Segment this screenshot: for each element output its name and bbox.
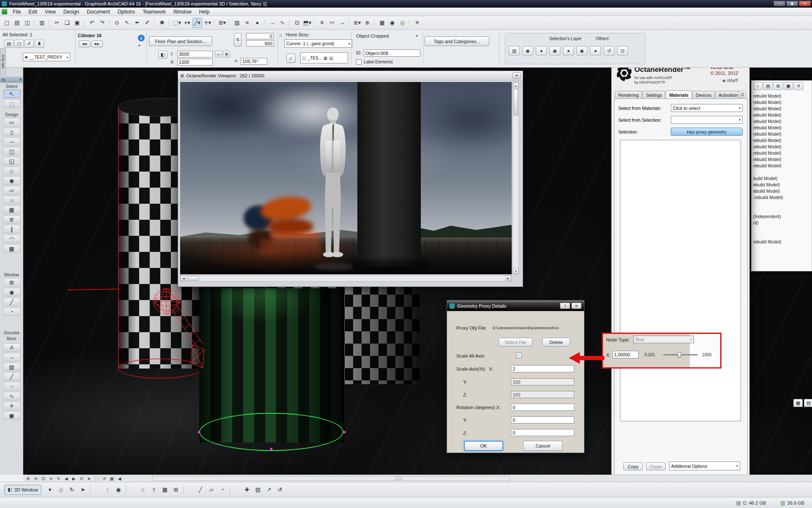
layouts-icon[interactable]: ▦: [160, 485, 170, 495]
scroll-thumb[interactable]: [395, 477, 402, 480]
walk-icon[interactable]: ➤: [85, 475, 93, 481]
pick-up-parameters-icon[interactable]: ✒: [132, 18, 142, 28]
favorites-icon[interactable]: ✱: [157, 18, 167, 28]
snap-guides-icon[interactable]: ✛▾: [203, 18, 212, 28]
suspend-groups-icon[interactable]: ⬚▾: [172, 18, 182, 28]
spinner-control[interactable]: ⇅: [234, 33, 241, 46]
list-item[interactable]: rebuild Model): [753, 163, 812, 169]
home-story-icon[interactable]: ⌂: [138, 485, 148, 495]
default-settings-icon[interactable]: ▤: [4, 40, 14, 48]
horizontal-scrollbar[interactable]: ◀ ▶: [180, 275, 512, 281]
viewport-hscroll[interactable]: [152, 476, 510, 481]
camera-tool[interactable]: ◉: [3, 288, 20, 296]
rotation-z-field[interactable]: [511, 429, 574, 436]
list-item[interactable]: [753, 208, 812, 214]
select-file-button[interactable]: Select File: [499, 338, 532, 347]
scale-z-field[interactable]: [511, 391, 574, 398]
spline-tool[interactable]: ∿: [3, 392, 20, 400]
geometry-method-icon[interactable]: ◧: [158, 51, 167, 59]
menu-item[interactable]: Edit: [25, 8, 41, 16]
menu-item[interactable]: File: [9, 8, 25, 16]
split-icon[interactable]: ✕: [317, 18, 327, 28]
line-type-icon[interactable]: ≡: [242, 18, 252, 28]
new-folder-icon[interactable]: ▤: [763, 82, 773, 90]
layers-icon[interactable]: ≣▾: [352, 18, 362, 28]
quick-layers-icon[interactable]: ▥: [509, 46, 520, 55]
menu-item[interactable]: View: [41, 8, 60, 16]
image-icon[interactable]: ▦: [377, 18, 387, 28]
window-dropdown-icon[interactable]: ▾: [45, 485, 55, 495]
list-item[interactable]: rebuild Model): [753, 131, 812, 138]
object-tool[interactable]: ◇: [3, 167, 20, 175]
list-item[interactable]: [753, 169, 812, 176]
previous-element-button[interactable]: ◀◀: [79, 41, 90, 47]
panel-grid-icon[interactable]: ▦: [793, 399, 803, 407]
list-item[interactable]: [753, 233, 812, 239]
expander-icon[interactable]: ▸: [416, 33, 418, 38]
roof-tool[interactable]: ⌂: [3, 196, 20, 204]
open-icon[interactable]: ▤: [12, 18, 22, 28]
selection-arrow-icon[interactable]: ◳: [14, 40, 24, 48]
lock-icon[interactable]: ●: [590, 46, 601, 55]
tab-overflow-icon[interactable]: ⊡: [738, 91, 746, 98]
paste-icon[interactable]: ▣: [72, 18, 82, 28]
eye-icon[interactable]: ◉: [549, 46, 560, 55]
title-bar[interactable]: FerrisWheel_130518-experimental - Graphi…: [0, 0, 812, 8]
menu-item[interactable]: Design: [60, 8, 83, 16]
list-item[interactable]: rebuild Model): [753, 138, 812, 144]
perspective-icon[interactable]: ◇: [56, 485, 66, 495]
close-button[interactable]: ✕: [799, 1, 811, 6]
camera-icon[interactable]: ◉: [113, 485, 123, 495]
refresh-view-icon[interactable]: ↺: [101, 475, 108, 481]
menu-item[interactable]: Options: [114, 8, 139, 16]
slab-tool[interactable]: ▱: [3, 186, 20, 194]
list-item[interactable]: rebuild Model): [753, 239, 812, 246]
dimension-tool[interactable]: ↔: [3, 353, 20, 361]
close-icon[interactable]: ✕: [513, 72, 521, 79]
measure-icon[interactable]: ↔: [337, 18, 347, 28]
redo-icon[interactable]: ↷: [97, 18, 107, 28]
tab-settings[interactable]: Settings: [642, 91, 665, 99]
cut-icon[interactable]: ✂: [52, 18, 62, 28]
toolbox-header[interactable]: To ✕: [0, 76, 23, 83]
snap-settings-panel[interactable]: ◫ _TES... ▦ ▤: [300, 52, 348, 63]
lock-icon[interactable]: ●: [563, 46, 574, 55]
scroll-up-icon[interactable]: ▲: [513, 82, 518, 88]
grid-tool[interactable]: ⊞: [3, 278, 20, 287]
green-striped-cylinder[interactable]: [199, 288, 344, 442]
elevation-icon[interactable]: ▱: [206, 485, 217, 495]
arrow-tool-icon[interactable]: ↖: [122, 18, 132, 28]
list-item[interactable]: (Independent): [753, 214, 812, 220]
trace-reference-icon[interactable]: ▤: [253, 485, 263, 495]
scale-y-field[interactable]: [511, 378, 574, 385]
hotspot-tool[interactable]: ✛: [3, 401, 20, 410]
group-icon[interactable]: ⊡: [292, 18, 302, 28]
find-select-icon[interactable]: ⊙: [112, 18, 122, 28]
tab-devices[interactable]: Devices: [692, 91, 715, 99]
list-item[interactable]: rebuild Model): [753, 93, 812, 100]
scroll-left-icon[interactable]: ◀: [181, 276, 187, 281]
next-view-icon[interactable]: ▶: [70, 475, 77, 481]
grid-snap-icon[interactable]: ⊞: [171, 485, 181, 495]
edit-handle[interactable]: [198, 431, 200, 433]
folder-up-icon[interactable]: ↑: [753, 82, 763, 90]
slider-thumb[interactable]: [678, 352, 681, 358]
cut-plane-bottom-field[interactable]: [246, 40, 274, 46]
list-item[interactable]: build Model): [753, 176, 812, 182]
list-item[interactable]: nt): [753, 220, 812, 227]
list-item[interactable]: rebuild Model): [753, 100, 812, 106]
edit-handle[interactable]: [270, 448, 272, 450]
additional-options-dropdown[interactable]: Additional Options ▾: [669, 462, 740, 470]
window-tool[interactable]: ◫: [3, 147, 20, 156]
fit-view-icon[interactable]: ⊡: [40, 475, 47, 481]
cancel-button[interactable]: Cancel: [523, 441, 562, 451]
shell-tool[interactable]: ◠: [3, 235, 20, 243]
arrow-tool[interactable]: ↖: [3, 90, 20, 98]
scroll-thumb[interactable]: [513, 89, 518, 115]
nav-left-icon[interactable]: ◀: [116, 475, 123, 481]
beam-tool[interactable]: ─: [3, 137, 20, 146]
print-icon[interactable]: ▥: [37, 18, 47, 28]
materials-listbox[interactable]: [620, 140, 741, 421]
list-item[interactable]: ebuild Model): [753, 182, 812, 188]
gravity-icon[interactable]: ⌖▾: [182, 18, 192, 28]
